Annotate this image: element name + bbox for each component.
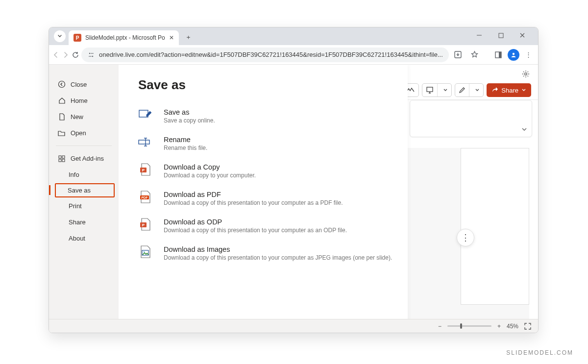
svg-point-9 — [513, 52, 514, 54]
page-title: Save as — [138, 77, 393, 93]
sidebar-item-close[interactable]: Close — [49, 76, 119, 92]
home-icon — [58, 97, 66, 104]
sidebar-item-open[interactable]: Open — [49, 125, 119, 141]
svg-point-10 — [525, 73, 527, 75]
pptx-file-icon: P — [138, 163, 153, 176]
designer-panel — [410, 100, 532, 137]
nav-forward-button[interactable] — [62, 48, 70, 62]
sidebar-label: Get Add-ins — [71, 155, 104, 162]
option-title: Download as ODP — [164, 218, 347, 226]
sidebar-label: Save as — [68, 187, 91, 194]
present-button[interactable] — [422, 83, 452, 97]
sidebar-item-saveas[interactable]: Save as — [55, 183, 115, 197]
more-options-fab[interactable]: ⋮ — [457, 229, 474, 246]
sidebar-label: Home — [71, 97, 88, 104]
sidebar-label: About — [69, 235, 85, 242]
nav-back-button[interactable] — [52, 48, 60, 62]
backstage-panel: Close Home New Open Get Add-ins — [49, 65, 408, 333]
browser-window: P SlideModel.pptx - Microsoft Po ✕ ＋ — [49, 27, 539, 333]
option-download-copy[interactable]: P Download a Copy Download a copy to you… — [138, 158, 393, 186]
svg-point-4 — [92, 55, 93, 56]
nav-reload-button[interactable] — [72, 48, 79, 62]
app-body: Share ⋮ Close Home — [49, 65, 538, 333]
sidebar-item-info[interactable]: Info — [49, 167, 119, 182]
svg-rect-1 — [499, 33, 503, 38]
new-file-icon — [58, 113, 66, 121]
sidebar-separator — [56, 146, 112, 146]
settings-gear-icon[interactable] — [521, 70, 530, 78]
browser-menu-icon[interactable]: ⋮ — [521, 48, 536, 62]
svg-text:P: P — [142, 168, 145, 172]
option-title: Download a Copy — [164, 163, 256, 171]
option-desc: Save a copy online. — [164, 117, 215, 124]
option-download-images[interactable]: Download as Images Download a copy of th… — [138, 241, 393, 268]
window-minimize-button[interactable] — [470, 29, 488, 41]
addins-icon — [58, 155, 66, 162]
option-title: Save as — [164, 108, 215, 116]
svg-rect-18 — [139, 140, 149, 144]
zoom-out-button[interactable]: − — [438, 323, 441, 330]
option-desc: Download a copy of this presentation to … — [164, 254, 392, 261]
watermark: SLIDEMODEL.COM — [506, 349, 573, 356]
share-button[interactable]: Share — [487, 83, 531, 97]
new-tab-button[interactable]: ＋ — [182, 30, 196, 44]
status-bar: − + 45% — [49, 319, 538, 333]
tab-close-icon[interactable]: ✕ — [169, 34, 174, 41]
zoom-slider[interactable] — [447, 325, 491, 327]
sidebar-label: New — [71, 113, 83, 121]
sidebar-label: Print — [69, 202, 82, 210]
fit-to-window-button[interactable] — [524, 323, 531, 330]
tab-search-button[interactable] — [54, 30, 66, 42]
option-download-odp[interactable]: P Download as ODP Download a copy of thi… — [138, 213, 393, 241]
zoom-level[interactable]: 45% — [507, 323, 518, 330]
active-indicator — [49, 185, 50, 195]
folder-open-icon — [58, 130, 66, 136]
slide-preview — [461, 148, 529, 305]
powerpoint-favicon: P — [74, 34, 81, 42]
sidebar-item-home[interactable]: Home — [49, 93, 119, 108]
chevron-down-icon[interactable] — [521, 126, 528, 133]
odp-file-icon: P — [138, 218, 153, 231]
window-maximize-button[interactable] — [492, 29, 510, 41]
share-button-label: Share — [501, 87, 518, 94]
rename-icon — [138, 136, 153, 148]
sidebar-item-addins[interactable]: Get Add-ins — [49, 151, 119, 166]
window-close-button[interactable] — [514, 29, 531, 41]
option-title: Download as Images — [164, 245, 392, 253]
backstage-sidebar: Close Home New Open Get Add-ins — [49, 65, 119, 333]
sidebar-item-about[interactable]: About — [49, 231, 119, 246]
browser-toolbar: onedrive.live.com/edit?action=editnew&id… — [49, 45, 538, 65]
editing-mode-button[interactable] — [455, 83, 484, 97]
url-text: onedrive.live.com/edit?action=editnew&id… — [99, 51, 443, 58]
option-download-pdf[interactable]: PDF Download as PDF Download a copy of t… — [138, 186, 393, 213]
svg-point-2 — [89, 52, 90, 53]
side-panel-icon[interactable] — [491, 48, 506, 62]
profile-avatar[interactable] — [508, 49, 519, 61]
sidebar-item-share[interactable]: Share — [49, 215, 119, 230]
option-save-as[interactable]: Save as Save a copy online. — [138, 103, 393, 131]
sidebar-label: Share — [69, 218, 86, 226]
option-desc: Download a copy of this presentation to … — [164, 199, 343, 206]
svg-rect-8 — [499, 52, 501, 58]
zoom-in-button[interactable]: + — [497, 323, 501, 330]
svg-rect-16 — [62, 159, 65, 162]
bookmark-star-icon[interactable] — [467, 48, 482, 62]
pdf-file-icon: PDF — [138, 191, 153, 203]
svg-point-27 — [144, 251, 145, 253]
sidebar-label: Open — [71, 129, 86, 137]
option-rename[interactable]: Rename Rename this file. — [138, 131, 393, 158]
sidebar-item-print[interactable]: Print — [49, 198, 119, 214]
option-title: Rename — [164, 136, 207, 144]
address-bar[interactable]: onedrive.live.com/edit?action=editnew&id… — [81, 48, 449, 62]
tab-title: SlideModel.pptx - Microsoft Po — [85, 34, 165, 41]
sidebar-label: Info — [69, 171, 79, 178]
option-desc: Download a copy of this presentation to … — [164, 227, 347, 234]
install-app-icon[interactable] — [451, 48, 466, 62]
svg-rect-13 — [59, 156, 61, 158]
svg-rect-11 — [427, 87, 433, 92]
svg-point-12 — [59, 81, 65, 88]
site-settings-icon[interactable] — [87, 51, 95, 59]
sidebar-item-new[interactable]: New — [49, 109, 119, 124]
browser-tab[interactable]: P SlideModel.pptx - Microsoft Po ✕ — [69, 30, 179, 45]
save-as-icon — [138, 108, 153, 121]
